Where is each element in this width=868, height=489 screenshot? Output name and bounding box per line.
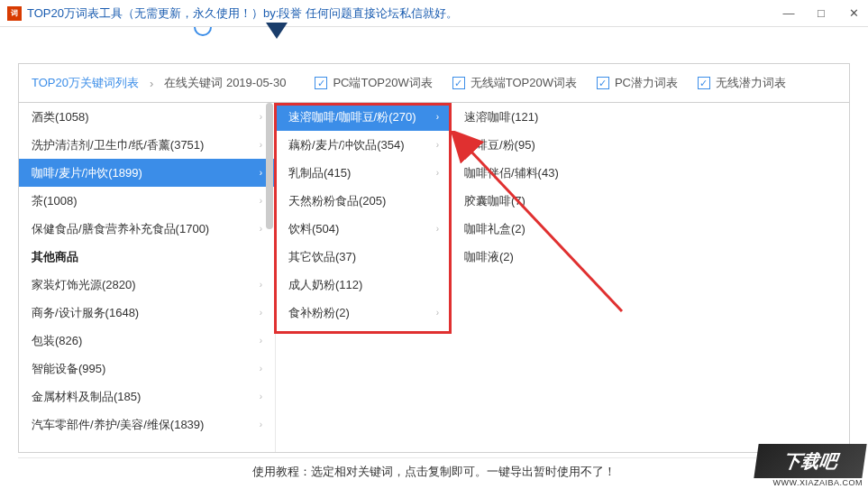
watermark-url: WWW.XIAZAIBA.COM <box>773 478 863 487</box>
chevron-right-icon: › <box>260 224 262 234</box>
maximize-button[interactable]: □ <box>814 6 828 21</box>
category-column-2: 速溶咖啡/咖啡豆/粉(270)›藕粉/麦片/冲饮品(354)›乳制品(415)›… <box>276 103 452 452</box>
app-icon: 词 <box>7 6 22 21</box>
category-item[interactable]: 咖啡/麦片/冲饮(1899)› <box>19 159 275 187</box>
item-label: 智能设备(995) <box>32 361 105 377</box>
chevron-right-icon: › <box>260 392 262 401</box>
banner-decor <box>0 27 868 63</box>
item-label: 咖啡伴侣/辅料(43) <box>464 165 559 181</box>
item-label: 食补粉粉(2) <box>288 305 350 321</box>
category-item[interactable]: 速溶咖啡(121) <box>452 103 632 131</box>
category-item[interactable]: 食补粉粉(2)› <box>276 299 452 327</box>
breadcrumb-sep: › <box>150 77 153 90</box>
toolbar: TOP20万关键词列表 › 在线关键词 2019-05-30 ✓PC端TOP20… <box>18 63 850 103</box>
chevron-right-icon: › <box>260 112 262 122</box>
category-item[interactable]: 其它饮品(37) <box>276 243 452 271</box>
window-title: TOP20万词表工具（无需更新，永久使用！）by:段誉 任何问题直接论坛私信就好… <box>27 5 781 22</box>
checkbox-pc-top20w[interactable]: ✓PC端TOP20W词表 <box>315 75 432 91</box>
category-item[interactable]: 酒类(1058)› <box>19 103 275 131</box>
item-label: 咖啡/麦片/冲饮(1899) <box>32 165 142 181</box>
item-label: 商务/设计服务(1648) <box>32 305 139 321</box>
category-item[interactable]: 智能设备(995)› <box>19 355 275 383</box>
category-item[interactable]: 家装灯饰光源(2820)› <box>19 271 275 299</box>
checkbox-label: 无线端TOP20W词表 <box>471 75 577 91</box>
category-column-1: 酒类(1058)›洗护清洁剂/卫生巾/纸/香薰(3751)›咖啡/麦片/冲饮(1… <box>19 103 276 452</box>
category-columns: 酒类(1058)›洗护清洁剂/卫生巾/纸/香薰(3751)›咖啡/麦片/冲饮(1… <box>18 103 850 453</box>
breadcrumb-root[interactable]: TOP20万关键词列表 <box>32 75 139 91</box>
check-icon: ✓ <box>315 77 327 89</box>
item-label: 乳制品(415) <box>288 165 351 181</box>
category-item[interactable]: 咖啡礼盒(2) <box>452 215 632 243</box>
item-label: 饮料(504) <box>288 221 339 237</box>
minimize-button[interactable]: — <box>781 6 796 21</box>
item-label: 金属材料及制品(185) <box>32 389 141 405</box>
category-item[interactable]: 速溶咖啡/咖啡豆/粉(270)› <box>276 103 452 131</box>
check-icon: ✓ <box>698 77 710 89</box>
titlebar: 词 TOP20万词表工具（无需更新，永久使用！）by:段誉 任何问题直接论坛私信… <box>0 0 868 27</box>
watermark: 下载吧 WWW.XIAZAIBA.COM <box>751 439 868 489</box>
category-item[interactable]: 藕粉/麦片/冲饮品(354)› <box>276 131 452 159</box>
item-label: 速溶咖啡/咖啡豆/粉(270) <box>288 109 416 125</box>
category-column-3: 速溶咖啡(121)咖啡豆/粉(95)咖啡伴侣/辅料(43)胶囊咖啡(7)咖啡礼盒… <box>452 103 632 452</box>
item-label: 洗护清洁剂/卫生巾/纸/香薰(3751) <box>32 137 204 153</box>
chevron-right-icon: › <box>260 420 262 429</box>
checkbox-wireless-top20w[interactable]: ✓无线端TOP20W词表 <box>452 75 577 91</box>
item-label: 茶(1008) <box>32 193 78 209</box>
chevron-right-icon: › <box>436 308 439 318</box>
check-icon: ✓ <box>452 77 465 89</box>
category-item[interactable]: 洗护清洁剂/卫生巾/纸/香薰(3751)› <box>19 131 275 159</box>
watermark-logo: 下载吧 <box>754 444 866 478</box>
category-item[interactable]: 金属材料及制品(185)› <box>19 383 275 411</box>
category-item[interactable]: 胶囊咖啡(7) <box>452 187 632 215</box>
category-item[interactable]: 保健食品/膳食营养补充食品(1700)› <box>19 215 275 243</box>
item-label: 咖啡豆/粉(95) <box>464 137 535 153</box>
category-item[interactable]: 咖啡液(2) <box>452 243 632 271</box>
item-label: 其它饮品(37) <box>288 249 356 265</box>
scrollbar[interactable] <box>266 103 273 452</box>
item-label: 咖啡礼盒(2) <box>464 221 525 237</box>
window-controls: — □ ✕ <box>781 6 861 21</box>
item-label: 咖啡液(2) <box>464 249 514 265</box>
close-button[interactable]: ✕ <box>846 6 861 21</box>
category-item[interactable]: 咖啡伴侣/辅料(43) <box>452 159 632 187</box>
category-item[interactable]: 饮料(504)› <box>276 215 452 243</box>
footer-text: 使用教程：选定相对关键词，点击复制即可。一键导出暂时使用不了！ <box>18 457 850 485</box>
chevron-right-icon: › <box>260 336 262 346</box>
checkbox-label: PC端TOP20W词表 <box>333 75 432 91</box>
chevron-right-icon: › <box>436 168 439 178</box>
item-label: 其他商品 <box>32 249 78 265</box>
check-icon: ✓ <box>597 77 609 89</box>
checkbox-label: PC潜力词表 <box>615 75 678 91</box>
category-item[interactable]: 汽车零部件/养护/美容/维保(1839)› <box>19 411 275 438</box>
chevron-right-icon: › <box>260 280 262 290</box>
chevron-right-icon: › <box>260 308 262 318</box>
category-header: 其他商品 <box>19 243 275 271</box>
category-item[interactable]: 商务/设计服务(1648)› <box>19 299 275 327</box>
chevron-right-icon: › <box>260 168 262 178</box>
chevron-right-icon: › <box>260 140 262 150</box>
category-item[interactable]: 乳制品(415)› <box>276 159 452 187</box>
item-label: 家装灯饰光源(2820) <box>32 277 136 293</box>
item-label: 保健食品/膳食营养补充食品(1700) <box>32 221 209 237</box>
category-item[interactable]: 成人奶粉(112) <box>276 271 452 299</box>
item-label: 藕粉/麦片/冲饮品(354) <box>288 137 405 153</box>
checkbox-label: 无线潜力词表 <box>716 75 786 91</box>
item-label: 胶囊咖啡(7) <box>464 193 525 209</box>
category-item[interactable]: 咖啡豆/粉(95) <box>452 131 632 159</box>
chevron-right-icon: › <box>260 196 262 206</box>
chevron-right-icon: › <box>260 364 262 374</box>
chevron-right-icon: › <box>436 224 439 234</box>
item-label: 包装(826) <box>32 333 82 349</box>
breadcrumb-current: 在线关键词 2019-05-30 <box>164 75 286 91</box>
checkbox-wireless-potential[interactable]: ✓无线潜力词表 <box>698 75 786 91</box>
item-label: 汽车零部件/养护/美容/维保(1839) <box>32 417 204 433</box>
item-label: 酒类(1058) <box>32 109 89 125</box>
category-item[interactable]: 天然粉粉食品(205) <box>276 187 452 215</box>
item-label: 成人奶粉(112) <box>288 277 362 293</box>
category-item[interactable]: 茶(1008)› <box>19 187 275 215</box>
chevron-right-icon: › <box>436 140 439 150</box>
category-item[interactable]: 包装(826)› <box>19 327 275 355</box>
chevron-right-icon: › <box>436 112 439 122</box>
item-label: 速溶咖啡(121) <box>464 109 538 125</box>
checkbox-pc-potential[interactable]: ✓PC潜力词表 <box>597 75 678 91</box>
